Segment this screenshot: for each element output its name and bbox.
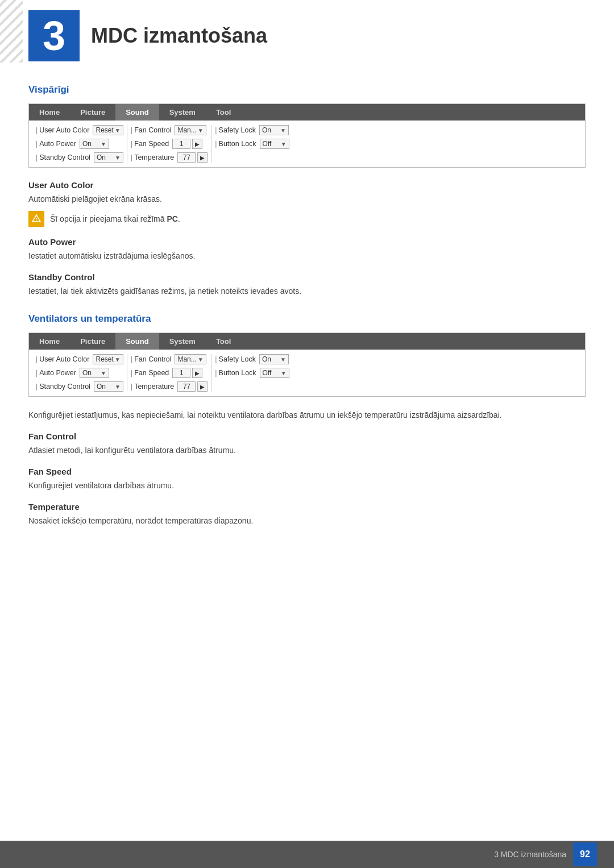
t2-button-lock-dropdown[interactable]: Off ▼ [260,368,289,378]
table-row: Safety Lock On ▼ [215,125,289,135]
temperature-label: Temperature [131,153,174,161]
user-auto-color-body: Automātiski pielāgojiet ekrāna krāsas. [28,193,586,205]
user-auto-color-dropdown[interactable]: Reset ▼ [93,125,123,135]
note-icon [28,211,44,227]
table-row: User Auto Color Reset ▼ [36,354,123,364]
table-row: Temperature 77 ▶ [131,152,208,163]
temperature-nav-right[interactable]: ▶ [197,152,208,163]
table-row: Fan Speed 1 ▶ [131,368,208,378]
t2-fan-speed-label: Fan Speed [131,369,169,377]
t2-button-lock-label: Button Lock [215,369,256,377]
user-auto-color-label: User Auto Color [36,126,89,134]
safety-lock-label: Safety Lock [215,126,256,134]
t2-fan-speed-control: 1 ▶ [172,368,202,378]
table-row: Standby Control On ▼ [36,381,123,392]
fan-speed-control: 1 ▶ [172,139,202,149]
table2-col3: Safety Lock On ▼ Button Lock Off ▼ [211,354,292,392]
table1-col2: Fan Control Man... ▼ Fan Speed 1 ▶ Tempe… [127,125,211,163]
t2-temperature-control: 77 ▶ [177,381,208,392]
table-row: Fan Control Man... ▼ [131,125,208,135]
auto-power-dropdown[interactable]: On ▼ [80,139,109,149]
page-title: MDC izmantošana [91,24,267,48]
fan-speed-title: Fan Speed [28,467,586,476]
button-lock-label: Button Lock [215,140,256,148]
table1-header: Home Picture Sound System Tool [29,104,585,121]
fan-control-label: Fan Control [131,126,172,134]
page-footer: 3 MDC izmantošana 92 [0,841,614,868]
fan-control-dropdown[interactable]: Man... ▼ [175,125,206,135]
t2-auto-power-label: Auto Power [36,369,76,377]
tab1-tool[interactable]: Tool [206,104,241,121]
t2-fan-speed-value: 1 [172,368,190,378]
standby-control-dropdown[interactable]: On ▼ [94,152,123,163]
footer-page-number: 92 [573,842,597,866]
t2-fan-control-label: Fan Control [131,355,172,363]
table-row: Fan Control Man... ▼ [131,354,208,364]
page-header: 3 MDC izmantošana [0,0,614,78]
button-lock-dropdown[interactable]: Off ▼ [260,139,289,149]
t2-safety-lock-dropdown[interactable]: On ▼ [259,354,289,364]
t2-fan-speed-nav-right[interactable]: ▶ [192,368,202,378]
table-row: Fan Speed 1 ▶ [131,139,208,149]
standby-control-title: Standby Control [28,272,586,282]
section2-title: Ventilators un temperatūra [28,313,586,325]
fan-speed-body: Konfigurējiet ventilatora darbības ātrum… [28,480,586,492]
table1-col1: User Auto Color Reset ▼ Auto Power On ▼ … [32,125,127,163]
chapter-number: 3 [28,10,80,61]
note-box: Šī opcija ir pieejama tikai režīmā PC. [28,211,586,227]
table2-col1: User Auto Color Reset ▼ Auto Power On ▼ … [32,354,127,392]
auto-power-label: Auto Power [36,140,76,148]
tab1-picture[interactable]: Picture [70,104,115,121]
temperature-control: 77 ▶ [177,152,208,163]
t2-user-auto-color-label: User Auto Color [36,355,89,363]
table-row: Button Lock Off ▼ [215,139,289,149]
table2: Home Picture Sound System Tool User Auto… [28,333,586,397]
table-row: Auto Power On ▼ [36,368,123,378]
table2-header: Home Picture Sound System Tool [29,333,585,350]
safety-lock-dropdown[interactable]: On ▼ [259,125,289,135]
tab1-home[interactable]: Home [29,104,70,121]
note-text: Šī opcija ir pieejama tikai režīmā PC. [50,211,180,225]
t2-safety-lock-label: Safety Lock [215,355,256,363]
fan-control-title: Fan Control [28,431,586,441]
standby-control-label: Standby Control [36,153,90,161]
tab2-tool[interactable]: Tool [206,333,241,350]
section2-intro: Konfigurējiet iestatījumus, kas nepiecie… [28,409,586,421]
table-row: Button Lock Off ▼ [215,368,289,378]
t2-fan-control-dropdown[interactable]: Man... ▼ [175,354,206,364]
fan-speed-nav-right[interactable]: ▶ [192,139,202,149]
section1-title: Vispārīgi [28,84,586,95]
table1-col3: Safety Lock On ▼ Button Lock Off ▼ [211,125,292,163]
tab1-system[interactable]: System [159,104,206,121]
table-row: User Auto Color Reset ▼ [36,125,123,135]
auto-power-title: Auto Power [28,237,586,247]
t2-user-auto-color-dropdown[interactable]: Reset ▼ [93,354,123,364]
tab2-system[interactable]: System [159,333,206,350]
table-row: Safety Lock On ▼ [215,354,289,364]
main-content: Vispārīgi Home Picture Sound System Tool… [0,84,614,577]
tab2-picture[interactable]: Picture [70,333,115,350]
tab2-sound[interactable]: Sound [115,333,159,350]
table1-body: User Auto Color Reset ▼ Auto Power On ▼ … [29,121,585,167]
tab2-home[interactable]: Home [29,333,70,350]
fan-control-body: Atlasiet metodi, lai konfigurētu ventila… [28,445,586,456]
temperature-value: 77 [177,152,196,163]
tab1-sound[interactable]: Sound [115,104,159,121]
t2-temperature-value: 77 [177,381,196,392]
t2-standby-control-dropdown[interactable]: On ▼ [94,381,123,392]
user-auto-color-title: User Auto Color [28,180,586,190]
footer-label: 3 MDC izmantošana [494,850,566,859]
t2-auto-power-dropdown[interactable]: On ▼ [80,368,109,378]
table2-body: User Auto Color Reset ▼ Auto Power On ▼ … [29,350,585,396]
table1: Home Picture Sound System Tool User Auto… [28,103,586,168]
auto-power-body: Iestatiet automātisku izstrādājuma ieslē… [28,250,586,262]
temperature-body: Nosakiet iekšējo temperatūru, norādot te… [28,515,586,527]
t2-temperature-nav-right[interactable]: ▶ [197,381,208,392]
table-row: Standby Control On ▼ [36,152,123,163]
t2-temperature-label: Temperature [131,383,174,391]
temperature-title: Temperature [28,502,586,512]
standby-control-body: Iestatiet, lai tiek aktivizēts gaidīšana… [28,285,586,297]
fan-speed-label: Fan Speed [131,140,169,148]
stripe-decoration [0,0,23,63]
table2-col2: Fan Control Man... ▼ Fan Speed 1 ▶ Tempe… [127,354,211,392]
